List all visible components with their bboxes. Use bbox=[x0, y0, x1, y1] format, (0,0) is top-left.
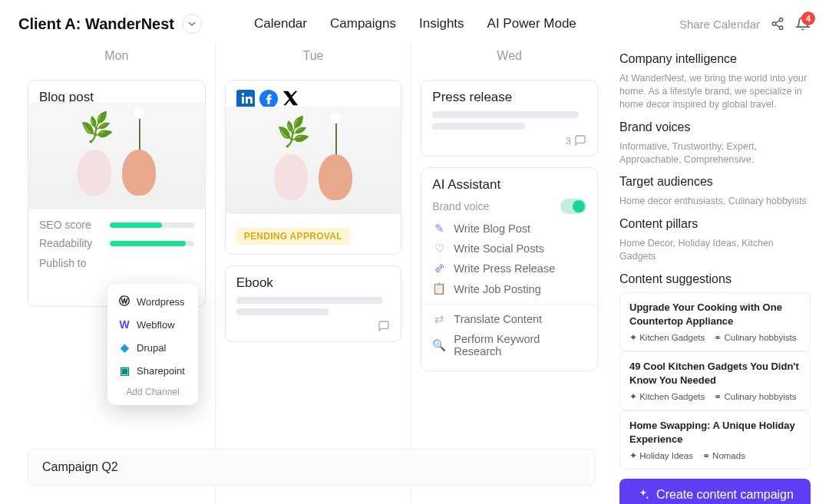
skeleton-line bbox=[236, 308, 329, 315]
audience-tag: ⚭ Nomads bbox=[702, 450, 745, 461]
suggestion-title: 49 Cool Kitchen Gadgets You Didn't Know … bbox=[629, 360, 801, 387]
brand-voices-text: Informative, Trustworthy, Expert, Approa… bbox=[619, 140, 811, 166]
brand-voice-toggle[interactable] bbox=[560, 199, 586, 214]
post-image: 🌿 bbox=[28, 102, 205, 209]
skeleton-line bbox=[432, 111, 579, 118]
ai-action-icon: ⇄ bbox=[432, 313, 446, 325]
comment-icon bbox=[574, 134, 586, 147]
ai-action[interactable]: ⇄Translate Content bbox=[432, 309, 586, 329]
add-channel[interactable]: Add Channel bbox=[107, 382, 198, 399]
sharepoint-icon: ▣ bbox=[118, 364, 130, 377]
content-pillars-text: Home Decor, Holiday Ideas, Kitchen Gadge… bbox=[619, 237, 811, 263]
webflow-icon: W bbox=[118, 318, 130, 331]
day-header: Wed bbox=[421, 43, 598, 69]
suggestion-title: Upgrade Your Cooking with One Countertop… bbox=[629, 301, 801, 328]
right-panel: Company intelligence At WanderNest, we b… bbox=[607, 43, 811, 504]
skeleton-line bbox=[432, 123, 524, 130]
share-icon[interactable] bbox=[771, 17, 784, 31]
client-title: Client A: WanderNest bbox=[18, 15, 174, 33]
client-dropdown[interactable] bbox=[182, 14, 202, 34]
publish-option-webflow[interactable]: WWebflow bbox=[107, 313, 198, 336]
pillar-tag: ✦ Kitchen Gadgets bbox=[629, 332, 705, 343]
card-title: Press release bbox=[432, 90, 586, 105]
ebook-card[interactable]: Ebook bbox=[225, 265, 402, 342]
share-calendar[interactable]: Share Calendar bbox=[679, 18, 760, 31]
suggestion-card[interactable]: 49 Cool Kitchen Gadgets You Didn't Know … bbox=[619, 351, 811, 410]
ai-action[interactable]: ✎Write Blog Post bbox=[432, 219, 586, 239]
nav-ai-power-mode[interactable]: AI Power Mode bbox=[487, 16, 576, 31]
target-audiences-heading: Target audiences bbox=[619, 175, 811, 189]
company-intel-text: At WanderNest, we bring the world into y… bbox=[619, 72, 811, 111]
suggestion-card[interactable]: Upgrade Your Cooking with One Countertop… bbox=[619, 292, 811, 351]
wordpress-icon: ⓦ bbox=[118, 295, 130, 308]
ai-title: AI Assistant bbox=[432, 177, 586, 193]
header: Client A: WanderNest Calendar Campaigns … bbox=[18, 14, 811, 34]
suggestion-card[interactable]: Home Swapping: A Unique Holiday Experien… bbox=[619, 410, 811, 469]
comment-count[interactable]: 3 bbox=[432, 134, 586, 147]
sparkle-icon bbox=[636, 488, 650, 502]
notifications-button[interactable]: 4 bbox=[795, 16, 811, 31]
nav-calendar[interactable]: Calendar bbox=[254, 16, 307, 31]
svg-point-1 bbox=[772, 22, 776, 26]
content-suggestions-heading: Content suggestions bbox=[619, 272, 811, 286]
brand-voices-heading: Brand voices bbox=[619, 120, 811, 134]
svg-point-2 bbox=[779, 26, 783, 30]
create-campaign-button[interactable]: Create content campaign bbox=[619, 479, 811, 504]
drupal-icon: ◆ bbox=[118, 341, 130, 354]
card-title: Ebook bbox=[236, 275, 391, 291]
publish-option-wordpress[interactable]: ⓦWordpress bbox=[107, 290, 198, 313]
pillar-tag: ✦ Kitchen Gadgets bbox=[629, 391, 705, 402]
status-badge: PENDING APPROVAL bbox=[236, 228, 350, 245]
blog-post-card[interactable]: Blog post 🌿 SEO score Readability bbox=[28, 80, 206, 307]
ai-assistant-card: AI Assistant Brand voice ✎Write Blog Pos… bbox=[421, 167, 598, 371]
brand-voice-label: Brand voice bbox=[432, 200, 489, 212]
notification-badge: 4 bbox=[801, 12, 815, 25]
x-icon bbox=[282, 90, 299, 108]
seo-metric: SEO score bbox=[39, 219, 194, 231]
ai-action-icon: 🔍 bbox=[432, 339, 446, 352]
ai-action[interactable]: ♡Write Social Posts bbox=[432, 239, 586, 259]
publish-to-popover: ⓦWordpressWWebflow◆Drupal▣Sharepoint Add… bbox=[107, 284, 198, 405]
day-wed: Wed Press release 3 AI Assistant Brand v… bbox=[411, 43, 607, 504]
ai-action-icon: ✎ bbox=[432, 222, 446, 235]
company-intel-heading: Company intelligence bbox=[619, 52, 811, 66]
day-header: Tue bbox=[225, 43, 402, 69]
comment-icon bbox=[378, 320, 390, 332]
ai-action[interactable]: 📋Write Job Posting bbox=[432, 278, 586, 299]
day-mon: Mon Blog post 🌿 SEO score Readability bbox=[18, 43, 215, 504]
nav-insights[interactable]: Insights bbox=[419, 16, 464, 31]
ai-action-icon: 📋 bbox=[432, 282, 446, 295]
ai-action[interactable]: 🗞Write Press Release bbox=[432, 259, 586, 278]
publish-to-label: Publish to bbox=[39, 257, 194, 269]
linkedin-icon bbox=[236, 90, 255, 108]
svg-point-0 bbox=[779, 18, 783, 22]
post-image: 🌿 bbox=[226, 107, 401, 214]
target-audiences-text: Home decor enthusiasts, Culinary hobbyis… bbox=[619, 195, 811, 208]
suggestion-title: Home Swapping: A Unique Holiday Experien… bbox=[629, 419, 801, 446]
content-pillars-heading: Content pillars bbox=[619, 217, 811, 231]
calendar-grid: Mon Blog post 🌿 SEO score Readability bbox=[18, 43, 607, 504]
pillar-tag: ✦ Holiday Ideas bbox=[629, 450, 693, 461]
campaign-bar[interactable]: Campaign Q2 bbox=[28, 449, 596, 486]
readability-metric: Readability bbox=[39, 237, 194, 249]
skeleton-line bbox=[236, 297, 383, 304]
main-nav: Calendar Campaigns Insights AI Power Mod… bbox=[254, 16, 576, 31]
day-header: Mon bbox=[28, 43, 206, 69]
audience-tag: ⚭ Culinary hobbyists bbox=[714, 332, 796, 343]
nav-campaigns[interactable]: Campaigns bbox=[330, 16, 396, 31]
ai-action-icon: ♡ bbox=[432, 242, 446, 255]
audience-tag: ⚭ Culinary hobbyists bbox=[714, 391, 796, 402]
ai-action[interactable]: 🔍Perform Keyword Research bbox=[432, 329, 586, 361]
ai-action-icon: 🗞 bbox=[432, 262, 446, 275]
day-tue: Tue 🌿 PENDING APPROVAL Ebook bbox=[215, 43, 411, 504]
press-release-card[interactable]: Press release 3 bbox=[421, 80, 598, 156]
publish-option-sharepoint[interactable]: ▣Sharepoint bbox=[107, 359, 198, 382]
facebook-icon bbox=[259, 90, 278, 108]
chevron-down-icon bbox=[188, 21, 196, 26]
social-post-card[interactable]: 🌿 PENDING APPROVAL bbox=[225, 80, 402, 255]
publish-option-drupal[interactable]: ◆Drupal bbox=[107, 336, 198, 359]
